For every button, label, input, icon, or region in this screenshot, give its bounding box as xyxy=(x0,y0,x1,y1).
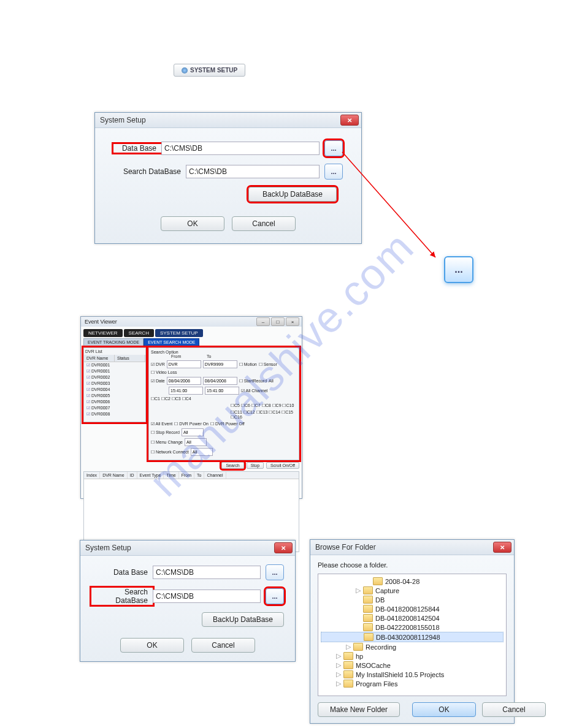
window-controls[interactable]: – □ × xyxy=(256,317,299,326)
cancel-button[interactable]: Cancel xyxy=(232,216,296,231)
dvr-list-row[interactable]: DVR0001 xyxy=(84,368,145,374)
folder-tree-item[interactable]: ▷Program Files xyxy=(321,679,504,688)
folder-tree-item[interactable]: DB xyxy=(321,595,504,604)
tab-netviewer[interactable]: NETVIEWER xyxy=(83,329,123,337)
dvr-list-row[interactable]: DVR0006 xyxy=(84,399,145,405)
date-to-input[interactable] xyxy=(203,377,237,385)
minimize-icon[interactable]: – xyxy=(256,317,270,326)
to-label: To xyxy=(207,354,211,358)
folder-label: Capture xyxy=(375,587,399,594)
close-icon[interactable]: ✕ xyxy=(274,542,293,553)
dvr-list-row[interactable]: DVR0008 xyxy=(84,411,145,417)
folder-icon xyxy=(363,623,373,631)
scroll-toggle-button[interactable]: Scroll On/Off xyxy=(266,462,299,469)
dvr-from-input[interactable] xyxy=(167,360,201,368)
menu-change-checkbox[interactable]: Menu Change xyxy=(151,440,183,445)
dvr-list-row[interactable]: DVR0002 xyxy=(84,374,145,381)
folder-tree-item[interactable]: ▷hp xyxy=(321,651,504,661)
close-icon[interactable]: ✕ xyxy=(340,115,359,126)
grid-column-header: Time xyxy=(164,472,178,479)
expander-icon[interactable]: ▷ xyxy=(345,643,351,651)
folder-icon xyxy=(343,680,353,688)
browse-button[interactable]: ... xyxy=(324,164,343,180)
motion-checkbox[interactable]: Motion xyxy=(239,362,257,367)
folder-icon xyxy=(373,577,383,585)
expander-icon[interactable]: ▷ xyxy=(335,652,341,660)
folder-tree-item[interactable]: DB-04182008125844 xyxy=(321,604,504,613)
dvr-checkbox[interactable]: DVR xyxy=(151,362,165,367)
cancel-button[interactable]: Cancel xyxy=(191,638,255,653)
browse-button[interactable]: ... xyxy=(324,140,343,156)
folder-tree-item[interactable]: ▷MSOCache xyxy=(321,661,504,670)
close-icon[interactable]: ✕ xyxy=(493,542,511,553)
expander-icon[interactable]: ▷ xyxy=(335,680,341,688)
network-connect-checkbox[interactable]: Network Connect xyxy=(151,450,189,455)
date-checkbox[interactable]: Date xyxy=(151,379,165,384)
dvr-list-row[interactable]: DVR0007 xyxy=(84,405,145,411)
make-new-folder-button[interactable]: Make New Folder xyxy=(318,702,400,717)
folder-tree[interactable]: 2008-04-28▷CaptureDBDB-04182008125844DB-… xyxy=(318,574,507,696)
search-button[interactable]: Search xyxy=(221,462,243,469)
subtab-event-search[interactable]: EVENT SEARCH MODE xyxy=(144,338,199,346)
close-icon[interactable]: × xyxy=(286,317,299,326)
sensor-checkbox[interactable]: Sensor xyxy=(259,362,277,367)
browse-button-large[interactable]: ... xyxy=(444,256,473,283)
subtab-event-tracking[interactable]: EVENT TRACKING MODE xyxy=(83,338,144,346)
folder-tree-item[interactable]: DB-04182008142504 xyxy=(321,613,504,623)
backup-database-button[interactable]: BackUp DataBase xyxy=(248,187,337,202)
expander-icon[interactable]: ▷ xyxy=(335,661,341,669)
stop-record-checkbox[interactable]: Stop Record xyxy=(151,430,180,435)
dialog-title: Browse For Folder xyxy=(315,543,376,552)
folder-tree-item[interactable]: DB-04222008155018 xyxy=(321,623,504,632)
time-from-input[interactable] xyxy=(169,387,203,395)
all-channel-checkbox[interactable]: All Channel xyxy=(241,389,267,393)
backup-database-button[interactable]: BackUp DataBase xyxy=(202,612,284,627)
dvr-list-row[interactable]: DVR0005 xyxy=(84,393,145,399)
channel-checkboxes-row1[interactable]: ☐C1 ☐C2 ☐C3 ☐C4 xyxy=(151,396,191,401)
dvr-status-header: Status xyxy=(115,355,145,362)
tab-system-setup[interactable]: SYSTEM SETUP xyxy=(155,329,203,337)
channel-checkboxes-row2[interactable]: ☐C5 ☐C6 ☐C7 ☐C8 ☐C9 ☐C10 xyxy=(231,403,294,408)
all-event-checkbox[interactable]: All Event xyxy=(151,422,172,427)
ok-button[interactable]: OK xyxy=(120,638,184,653)
ok-button[interactable]: OK xyxy=(161,216,224,231)
folder-tree-item[interactable]: ▷My InstallShield 10.5 Projects xyxy=(321,670,504,679)
search-database-input[interactable]: C:\CMS\DB xyxy=(186,165,320,178)
grid-column-header: Channel xyxy=(204,472,226,479)
dialog-title: System Setup xyxy=(85,544,131,552)
data-base-input[interactable]: C:\CMS\DB xyxy=(161,142,320,155)
menu-change-select[interactable] xyxy=(185,438,207,446)
ok-button[interactable]: OK xyxy=(412,702,476,717)
cancel-button[interactable]: Cancel xyxy=(482,702,546,717)
dvr-list-row[interactable]: DVR0003 xyxy=(84,381,145,387)
startrecord-checkbox[interactable]: StartRecord xyxy=(239,379,267,384)
dvr-list-row[interactable]: DVR0004 xyxy=(84,387,145,393)
folder-tree-item[interactable]: DB-04302008112948 xyxy=(321,632,504,642)
folder-tree-item[interactable]: 2008-04-28 xyxy=(321,577,504,586)
dvr-name-header: DVR Name xyxy=(84,355,115,362)
stop-button[interactable]: Stop xyxy=(247,462,264,469)
expander-icon[interactable]: ▷ xyxy=(355,586,361,594)
videoloss-checkbox[interactable]: Video Loss xyxy=(151,370,177,375)
dvr-to-input[interactable] xyxy=(203,360,237,368)
stop-record-select[interactable] xyxy=(182,428,204,436)
dvr-list-row[interactable]: DVR0001 xyxy=(84,362,145,368)
folder-tree-item[interactable]: ▷Recording xyxy=(321,642,504,651)
date-from-input[interactable] xyxy=(167,377,201,385)
folder-tree-item[interactable]: ▷Capture xyxy=(321,586,504,595)
folder-label: MSOCache xyxy=(356,662,391,669)
expander-icon[interactable]: ▷ xyxy=(335,670,341,678)
system-setup-button[interactable]: SYSTEM SETUP xyxy=(174,64,245,77)
tab-search[interactable]: SEARCH xyxy=(124,329,154,337)
dvr-power-off-checkbox[interactable]: DVR Power Off xyxy=(210,422,245,427)
network-connect-select[interactable] xyxy=(191,448,213,456)
search-database-input[interactable]: C:\CMS\DB xyxy=(153,590,261,603)
data-base-input[interactable]: C:\CMS\DB xyxy=(153,566,261,579)
browse-button[interactable]: ... xyxy=(266,588,284,604)
browse-button[interactable]: ... xyxy=(266,564,284,580)
channel-checkboxes-row3[interactable]: ☐C11 ☐C12 ☐C13 ☐C14 ☐C15 ☐C16 xyxy=(231,410,297,420)
maximize-icon[interactable]: □ xyxy=(271,317,285,326)
time-to-input[interactable] xyxy=(205,387,239,395)
dvr-power-on-checkbox[interactable]: DVR Power On xyxy=(174,422,209,427)
folder-label: DB-04182008142504 xyxy=(375,615,440,622)
